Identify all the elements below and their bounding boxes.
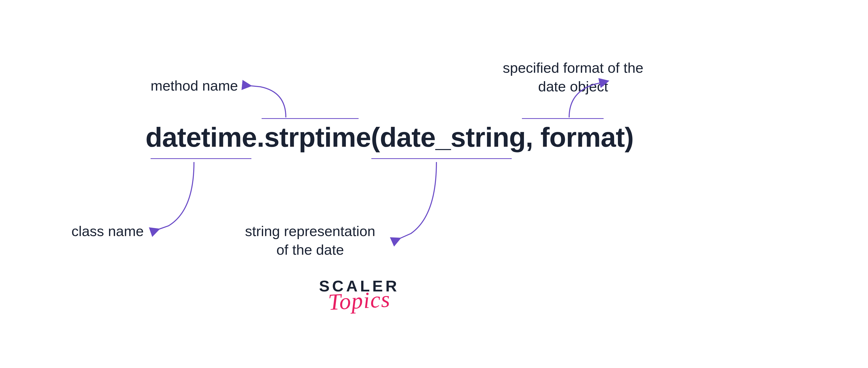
label-string-rep-line1: string representation [245,222,375,241]
diagram-container: datetime.strptime(date_string, format) m… [0,0,868,368]
arrow-format-spec [561,79,628,120]
label-method-name: method name [151,76,238,95]
expr-arg2: format [540,122,624,153]
logo: SCALER Topics [319,277,399,314]
expr-arg1: date_string [380,122,526,153]
label-string-rep: string representation of the date [245,222,375,259]
logo-subbrand: Topics [318,285,400,316]
expr-space [533,122,540,153]
underline-date-string [371,158,512,159]
expr-close-paren: ) [624,122,633,153]
arrow-class-name [153,159,219,236]
arrow-method-name [245,76,311,120]
arrow-string-rep [396,159,462,241]
label-format-spec-line1: specified format of the [503,59,643,77]
expr-class-name: datetime [146,122,257,153]
label-string-rep-line2: of the date [245,241,375,259]
expr-comma: , [526,122,533,153]
code-expression: datetime.strptime(date_string, format) [146,121,633,153]
expr-dot: . [257,122,264,153]
label-class-name: class name [71,222,144,241]
expr-method-name: strptime [264,122,371,153]
underline-class-name [151,158,251,159]
expr-open-paren: ( [371,122,380,153]
